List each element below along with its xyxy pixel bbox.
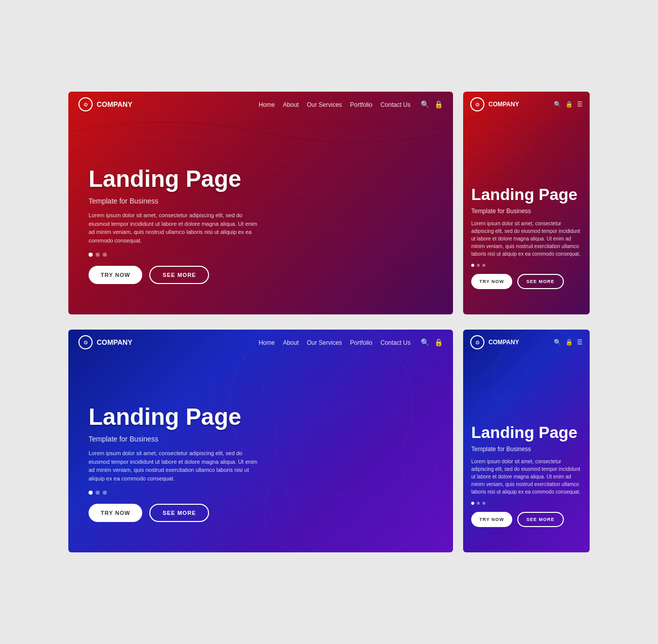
nav-portfolio-blue-wide[interactable]: Portfolio [350,339,373,346]
try-now-button-blue-wide[interactable]: TRY NOW [89,504,142,522]
dots-blue-wide [89,491,433,495]
dot-3[interactable] [103,253,107,257]
brand-label-blue-wide: COMPANY [97,338,133,346]
nav-contact-red-wide[interactable]: Contact Us [381,101,410,108]
brand-blue-narrow: ⊙ COMPANY [470,335,519,349]
dot-2[interactable] [96,253,100,257]
dot-n-3[interactable] [482,264,485,267]
brand-red-narrow: ⊙ COMPANY [470,97,519,111]
dot-n-1[interactable] [471,264,474,267]
dots-red-wide [89,253,433,257]
search-icon-blue-narrow[interactable]: 🔍 [554,339,561,346]
navbar-icons-blue-narrow: 🔍 🔒 ☰ [554,339,583,346]
menu-icon-red-narrow[interactable]: ☰ [577,101,583,108]
hero-red-narrow: Landing Page Template for Business Lorem… [471,186,582,289]
nav-links-red-wide: Home About Our Services Portfolio Contac… [259,100,410,109]
nav-portfolio-red-wide[interactable]: Portfolio [350,101,373,108]
nav-home-red-wide[interactable]: Home [259,101,275,108]
dot-bn1[interactable] [471,502,474,505]
search-icon-blue-wide[interactable]: 🔍 [421,338,429,346]
hero-subtitle-red-narrow: Template for Business [471,208,582,215]
logo-icon-red-narrow: ⊙ [470,97,484,111]
menu-icon-blue-narrow[interactable]: ☰ [577,339,583,346]
btn-group-blue-narrow: TRY NOW SEE MORE [471,512,582,527]
navbar-red-narrow: ⊙ COMPANY 🔍 🔒 ☰ [463,92,590,117]
brand-red-wide: ⊙ COMPANY [78,97,133,111]
logo-icon-blue-wide: ⊙ [78,335,93,349]
logo-icon-red-wide: ⊙ [78,97,93,111]
dot-bn2[interactable] [477,502,480,505]
try-now-button-blue-narrow[interactable]: TRY NOW [471,512,512,527]
nav-home-blue-wide[interactable]: Home [259,339,275,346]
red-wide-card: ⊙ COMPANY Home About Our Services Portfo… [68,92,453,314]
navbar-blue-narrow: ⊙ COMPANY 🔍 🔒 ☰ [463,330,590,355]
lock-icon-blue-narrow[interactable]: 🔒 [565,339,573,346]
hero-title-red-wide: Landing Page [89,166,433,192]
dot-bn3[interactable] [482,502,485,505]
red-narrow-card: ⊙ COMPANY 🔍 🔒 ☰ Landing Page Template fo… [463,92,590,314]
navbar-blue-wide: ⊙ COMPANY Home About Our Services Portfo… [68,330,453,355]
lock-icon-blue-wide[interactable]: 🔒 [434,338,443,346]
hero-body-blue-narrow: Lorem ipsum dolor sit amet, consectetur … [471,458,582,496]
btn-group-red-wide: TRY NOW SEE MORE [89,266,433,284]
row-red: ⊙ COMPANY Home About Our Services Portfo… [15,92,643,314]
nav-services-blue-wide[interactable]: Our Services [307,339,342,346]
lock-icon-red-narrow[interactable]: 🔒 [565,101,573,108]
hero-title-blue-wide: Landing Page [89,404,433,430]
hero-body-red-narrow: Lorem ipsum dolor sit amet, consectetur … [471,220,582,258]
navbar-icons-blue-wide: 🔍 🔒 [421,338,443,346]
try-now-button-red-narrow[interactable]: TRY NOW [471,274,512,289]
row-blue: ⊙ COMPANY Home About Our Services Portfo… [15,330,643,552]
hero-body-red-wide: Lorem ipsum dolor sit amet, consectetur … [89,211,261,245]
brand-label-red-wide: COMPANY [97,100,133,108]
hero-blue-narrow: Landing Page Template for Business Lorem… [471,424,582,527]
brand-label-red-narrow: COMPANY [488,101,519,108]
search-icon-red-narrow[interactable]: 🔍 [554,101,561,108]
dot-n-2[interactable] [477,264,480,267]
btn-group-blue-wide: TRY NOW SEE MORE [89,504,433,522]
see-more-button-blue-narrow[interactable]: SEE MORE [517,512,564,527]
see-more-button-blue-wide[interactable]: SEE MORE [149,504,209,522]
try-now-button-red-wide[interactable]: TRY NOW [89,266,142,284]
dot-b1[interactable] [89,491,93,495]
navbar-icons-red-narrow: 🔍 🔒 ☰ [554,101,583,108]
brand-blue-wide: ⊙ COMPANY [78,335,133,349]
search-icon-red-wide[interactable]: 🔍 [421,100,429,108]
dots-blue-narrow [471,502,582,505]
nav-about-red-wide[interactable]: About [283,101,299,108]
dot-b3[interactable] [103,491,107,495]
btn-group-red-narrow: TRY NOW SEE MORE [471,274,582,289]
hero-blue-wide: Landing Page Template for Business Lorem… [89,404,433,522]
hero-body-blue-wide: Lorem ipsum dolor sit amet, consectetur … [89,449,261,482]
logo-icon-blue-narrow: ⊙ [470,335,484,349]
navbar-red-wide: ⊙ COMPANY Home About Our Services Portfo… [68,92,453,117]
navbar-icons-red-wide: 🔍 🔒 [421,100,443,108]
hero-subtitle-red-wide: Template for Business [89,197,433,205]
see-more-button-red-narrow[interactable]: SEE MORE [517,274,564,289]
nav-contact-blue-wide[interactable]: Contact Us [381,339,410,346]
hero-title-blue-narrow: Landing Page [471,424,582,441]
dots-red-narrow [471,264,582,267]
blue-wide-card: ⊙ COMPANY Home About Our Services Portfo… [68,330,453,552]
hero-subtitle-blue-narrow: Template for Business [471,446,582,453]
hero-red-wide: Landing Page Template for Business Lorem… [89,166,433,284]
see-more-button-red-wide[interactable]: SEE MORE [149,266,209,284]
lock-icon-red-wide[interactable]: 🔒 [434,100,443,108]
dot-1[interactable] [89,253,93,257]
nav-about-blue-wide[interactable]: About [283,339,299,346]
dot-b2[interactable] [96,491,100,495]
nav-services-red-wide[interactable]: Our Services [307,101,342,108]
blue-narrow-card: ⊙ COMPANY 🔍 🔒 ☰ Landing Page Template fo… [463,330,590,552]
brand-label-blue-narrow: COMPANY [488,339,519,346]
nav-links-blue-wide: Home About Our Services Portfolio Contac… [259,338,410,347]
hero-subtitle-blue-wide: Template for Business [89,435,433,443]
hero-title-red-narrow: Landing Page [471,186,582,204]
